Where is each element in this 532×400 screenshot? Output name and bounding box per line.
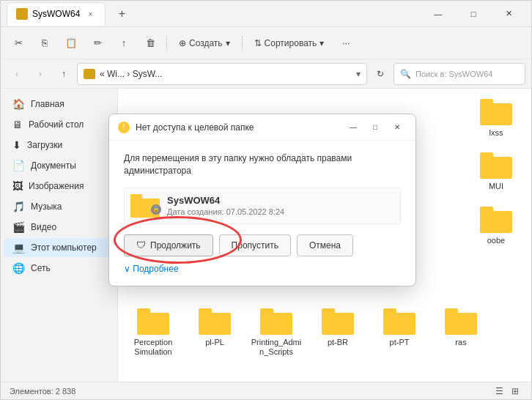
details-label: ∨ Подробнее <box>124 264 179 274</box>
cancel-button[interactable]: Отмена <box>297 234 353 256</box>
dialog-file-name: SysWOW64 <box>167 195 394 206</box>
skip-button[interactable]: Пропустить <box>219 234 291 256</box>
lock-icon: 🔒 <box>151 204 161 215</box>
access-dialog: ! Нет доступа к целевой папке — □ ✕ Для … <box>108 114 416 286</box>
dialog-close-button[interactable]: ✕ <box>388 120 407 135</box>
dialog-title-text: Нет доступа к целевой папке <box>136 122 344 133</box>
continue-icon: 🛡 <box>136 240 146 251</box>
dialog-file-row: 🔒 SysWOW64 Дата создания: 07.05.2022 8:2… <box>124 188 401 224</box>
dialog-file-date: Дата создания: 07.05.2022 8:24 <box>167 207 394 216</box>
explorer-window: SysWOW64 × + — □ ✕ ✂ ⎘ 📋 ✏ ↑ 🗑 ⊕ Создать… <box>0 0 532 400</box>
continue-button[interactable]: 🛡 Продолжить <box>124 234 213 256</box>
dialog-maximize-button[interactable]: □ <box>366 120 385 135</box>
details-toggle[interactable]: ∨ Подробнее <box>124 264 401 274</box>
dialog-body: Для перемещения в эту папку нужно облада… <box>109 141 415 286</box>
dialog-file-info: SysWOW64 Дата создания: 07.05.2022 8:24 <box>167 195 394 216</box>
dialog-window-controls: — □ ✕ <box>344 120 407 135</box>
continue-label: Продолжить <box>150 240 201 251</box>
dialog-message: Для перемещения в эту папку нужно облада… <box>124 152 401 177</box>
dialog-overlay: ! Нет доступа к целевой папке — □ ✕ Для … <box>0 0 532 400</box>
dialog-warning-icon: ! <box>118 122 130 133</box>
cancel-label: Отмена <box>309 240 341 251</box>
dialog-buttons: 🛡 Продолжить Пропустить Отмена <box>124 234 401 256</box>
dialog-minimize-button[interactable]: — <box>344 120 363 135</box>
skip-label: Пропустить <box>232 240 278 251</box>
dialog-title-bar: ! Нет доступа к целевой папке — □ ✕ <box>109 114 415 141</box>
dialog-folder-icon: 🔒 <box>130 194 160 218</box>
